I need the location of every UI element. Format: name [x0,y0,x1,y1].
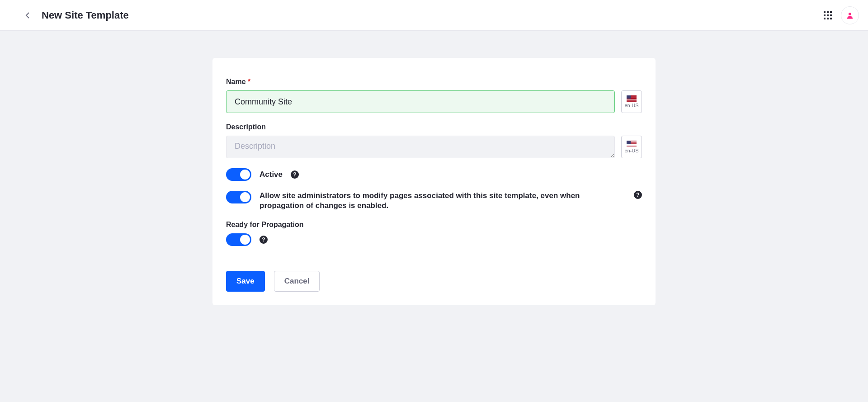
svg-rect-0 [824,11,826,13]
name-locale-selector[interactable]: en-US [621,90,642,113]
description-input[interactable] [226,136,615,158]
allow-modify-toggle-row: Allow site administrators to modify page… [226,191,642,211]
propagation-section: Ready for Propagation ? [226,221,642,246]
name-input[interactable] [226,90,615,113]
name-input-row: en-US [226,90,642,113]
cancel-button[interactable]: Cancel [274,271,320,292]
svg-rect-5 [830,14,832,16]
form-card: Name * en-US Description en-US [212,58,656,305]
page-title: New Site Template [42,9,129,21]
svg-rect-2 [830,11,832,13]
us-flag-icon [627,141,637,147]
back-button[interactable] [23,10,33,21]
topbar-left: New Site Template [23,9,129,21]
description-field-group: Description en-US [226,123,642,158]
chevron-left-icon [24,12,32,19]
active-toggle-row: Active ? [226,168,642,181]
topbar-right [824,6,859,24]
active-toggle-label: Active [259,170,283,179]
svg-rect-1 [827,11,829,13]
apps-grid-icon [824,11,832,19]
svg-rect-8 [830,18,832,19]
propagation-help-icon[interactable]: ? [259,236,268,244]
description-label: Description [226,123,642,131]
description-locale-text: en-US [624,148,638,153]
action-buttons: Save Cancel [226,271,642,292]
svg-rect-7 [827,18,829,19]
topbar: New Site Template [0,0,868,31]
name-locale-text: en-US [624,103,638,108]
name-label-text: Name [226,78,246,85]
content-area: Name * en-US Description en-US [0,31,868,332]
svg-rect-6 [824,18,826,19]
allow-modify-toggle-label: Allow site administrators to modify page… [259,191,626,211]
allow-modify-help-icon[interactable]: ? [634,191,642,199]
user-icon [846,11,854,19]
propagation-toggle[interactable] [226,233,251,246]
required-indicator: * [248,78,250,85]
save-button[interactable]: Save [226,271,265,292]
apps-menu-button[interactable] [824,11,832,19]
svg-point-9 [849,13,851,15]
svg-rect-3 [824,14,826,16]
active-toggle[interactable] [226,168,251,181]
user-avatar[interactable] [841,6,859,24]
active-help-icon[interactable]: ? [291,170,299,179]
propagation-toggle-row: ? [226,233,642,246]
name-field-group: Name * en-US [226,78,642,113]
svg-rect-4 [827,14,829,16]
us-flag-icon [627,95,637,102]
allow-modify-toggle[interactable] [226,191,251,203]
description-input-row: en-US [226,136,642,158]
propagation-section-label: Ready for Propagation [226,221,642,229]
description-locale-selector[interactable]: en-US [621,136,642,158]
name-label: Name * [226,78,642,86]
